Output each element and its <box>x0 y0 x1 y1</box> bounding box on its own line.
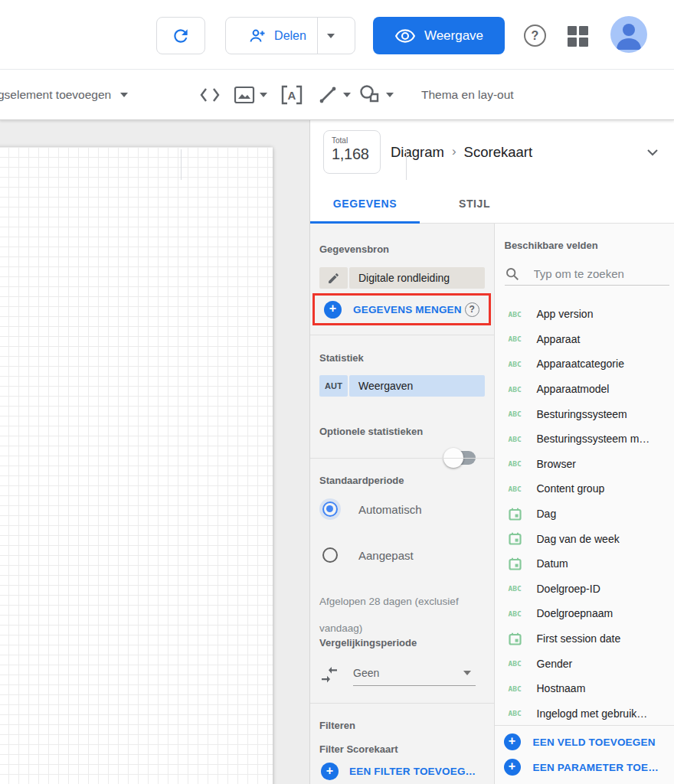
plus-circle-icon <box>504 759 521 776</box>
field-item[interactable]: Dag <box>495 501 674 527</box>
report-page[interactable] <box>0 147 273 784</box>
search-input[interactable] <box>534 267 664 280</box>
field-name: Apparaatcategorie <box>537 358 624 370</box>
edit-source-button[interactable] <box>319 267 348 289</box>
metric-section-label: Statistiek <box>319 352 364 364</box>
data-source-name[interactable]: Digitale rondleiding <box>349 267 485 289</box>
field-item[interactable]: Dag van de week <box>495 526 674 551</box>
scorecard-preview-label: Total <box>332 136 380 145</box>
field-name: Besturingssysteem <box>537 408 627 420</box>
field-name: Ingelogd met gebruik… <box>537 707 648 720</box>
add-field-button[interactable]: EEN VELD TOEVOEGEN <box>504 733 656 750</box>
field-item[interactable]: ABCDoelgroep-ID <box>495 577 674 602</box>
shape-button[interactable] <box>355 70 397 120</box>
chart-type[interactable]: Diagram <box>391 144 444 161</box>
blend-data-highlight: GEGEVENS MENGEN <box>312 293 491 325</box>
field-item[interactable]: ABCDoelgroepnaam <box>495 601 674 626</box>
chevron-down-icon <box>386 93 394 97</box>
field-item[interactable]: ABCIngelogd met gebruik… <box>495 701 674 727</box>
period-option-custom[interactable]: Aangepast <box>322 547 414 563</box>
comparison-period-value: Geen <box>353 667 379 679</box>
plus-circle-icon <box>504 733 521 750</box>
field-name: First session date <box>537 632 621 645</box>
chevron-right-icon: › <box>452 144 456 159</box>
avatar[interactable] <box>610 16 647 53</box>
theme-layout-button[interactable]: Thema en lay-out <box>421 70 514 120</box>
chart-subtype[interactable]: Scorekaart <box>464 144 532 161</box>
line-button[interactable] <box>314 70 354 120</box>
search-icon <box>505 266 519 281</box>
metric-aggregation-badge[interactable]: AUT <box>319 375 348 397</box>
panel-header: Total 1,168 Diagram › Scorekaart <box>310 120 674 184</box>
abc-icon: ABC <box>509 435 528 443</box>
field-item[interactable]: ABCGender <box>495 651 674 676</box>
panel-tabs: GEGEVENS STIJL <box>310 184 674 224</box>
share-options-button[interactable] <box>317 18 345 54</box>
top-app-bar: Delen Weergave <box>0 0 674 70</box>
refresh-button[interactable] <box>156 17 205 54</box>
tab-gegevens[interactable]: GEGEVENS <box>310 184 420 224</box>
collapse-panel-button[interactable] <box>643 143 662 162</box>
abc-icon: ABC <box>509 485 528 493</box>
period-option-automatic[interactable]: Automatisch <box>322 501 422 517</box>
field-item[interactable]: ABCContent group <box>495 476 674 501</box>
section-divider <box>310 703 494 704</box>
field-item[interactable]: ABCApparaatcategorie <box>495 351 674 377</box>
abc-icon: ABC <box>509 584 528 593</box>
calendar-icon <box>509 557 528 570</box>
data-properties-column: Gegevensbron Digitale rondleiding GEGEVE… <box>310 224 494 784</box>
field-name: Doelgroepnaam <box>537 607 613 619</box>
radio-unselected-icon[interactable] <box>322 547 338 563</box>
refresh-icon <box>171 26 191 46</box>
field-item[interactable]: ABCBrowser <box>495 452 674 477</box>
field-item[interactable]: ABCApparaat <box>495 327 674 352</box>
metric-chip[interactable]: AUT Weergaven <box>319 375 485 397</box>
image-button[interactable] <box>231 70 270 120</box>
comparison-period-select[interactable]: Geen <box>353 660 476 686</box>
field-name: Dag <box>537 508 557 520</box>
text-button[interactable]: A <box>280 70 303 120</box>
add-parameter-label: EEN PARAMETER TOE… <box>533 762 659 773</box>
abc-icon: ABC <box>509 385 528 394</box>
add-filter-label: EEN FILTER TOEVOEG… <box>349 766 476 777</box>
field-item[interactable]: Datum <box>495 551 674 577</box>
blend-help-icon[interactable] <box>465 302 479 317</box>
view-button[interactable]: Weergave <box>373 17 505 54</box>
add-parameter-button[interactable]: EEN PARAMETER TOE… <box>504 759 659 776</box>
period-option-label: Aangepast <box>358 549 414 562</box>
field-name: App version <box>537 308 594 320</box>
toolbar-divider <box>406 149 407 180</box>
period-detail-line2: vandaag) <box>319 622 362 634</box>
field-name: Hostnaam <box>537 682 586 694</box>
embed-code-button[interactable] <box>198 70 221 120</box>
share-split-button: Delen <box>225 17 355 54</box>
text-icon: A <box>281 85 303 105</box>
chevron-down-icon <box>463 671 471 675</box>
data-source-chip[interactable]: Digitale rondleiding <box>319 267 485 289</box>
report-canvas[interactable] <box>0 120 309 784</box>
field-name: Content group <box>537 482 605 495</box>
blend-data-button[interactable]: GEGEVENS MENGEN <box>353 304 462 315</box>
field-item[interactable]: ABCBesturingssysteem m… <box>495 426 674 452</box>
looker-studio-app: Delen Weergave gsele <box>0 0 674 784</box>
field-item[interactable]: ABCApparaatmodel <box>495 377 674 402</box>
abc-icon: ABC <box>509 684 528 693</box>
field-name: Gender <box>537 658 573 670</box>
abc-icon: ABC <box>509 310 528 318</box>
comparison-period-row: Geen <box>319 660 476 686</box>
add-filter-button[interactable]: EEN FILTER TOEVOEG… <box>321 763 476 780</box>
field-item[interactable]: ABCHostnaam <box>495 676 674 701</box>
metric-name[interactable]: Weergaven <box>349 375 485 397</box>
add-element-dropdown[interactable]: gselement toevoegen <box>0 70 128 120</box>
share-button[interactable]: Delen <box>236 18 317 54</box>
field-item[interactable]: ABCApp version <box>495 302 674 327</box>
field-item[interactable]: ABCBesturingssysteem <box>495 401 674 426</box>
help-icon[interactable] <box>524 24 546 47</box>
field-item[interactable]: First session date <box>495 626 674 652</box>
apps-grid-icon[interactable] <box>568 26 588 47</box>
field-name: Apparaat <box>537 333 581 345</box>
calendar-icon <box>509 508 528 521</box>
radio-selected-icon[interactable] <box>322 501 338 517</box>
fields-footer: EEN VELD TOEVOEGEN EEN PARAMETER TOE… <box>495 725 674 784</box>
tab-stijl[interactable]: STIJL <box>420 184 529 224</box>
